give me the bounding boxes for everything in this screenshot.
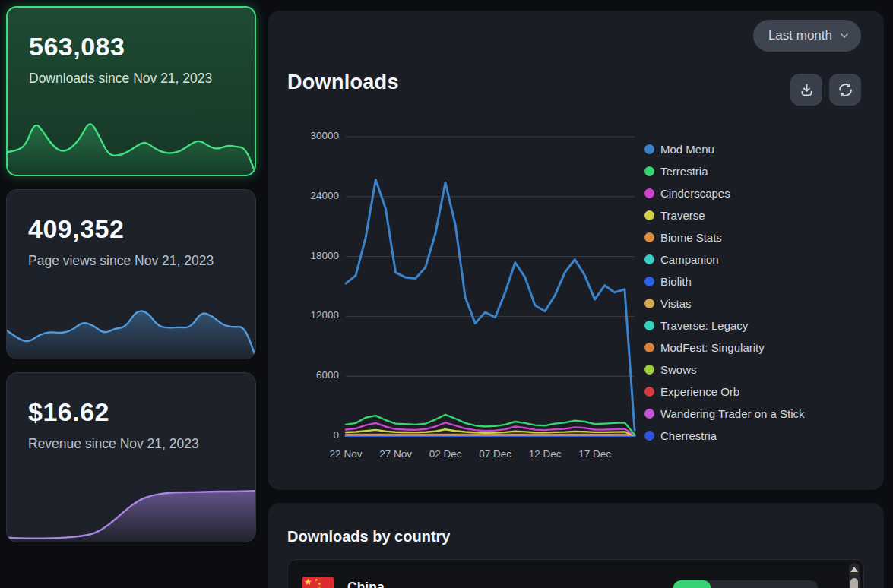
legend-color-dot [644,232,654,242]
date-range-selector[interactable]: Last month [753,20,861,52]
legend-item[interactable]: Traverse [644,204,805,226]
legend-label: Mod Menu [660,143,714,156]
legend-color-dot [644,299,654,308]
legend-label: Cherrestria [660,429,717,442]
country-list-scrollbar[interactable] [849,563,860,588]
downloads-sparkline [8,108,255,175]
legend-color-dot [644,431,654,441]
y-axis-tick-label: 24000 [287,190,339,201]
legend-item[interactable]: ModFest: Singularity [644,337,805,359]
y-axis-tick-label: 6000 [287,369,339,381]
legend-color-dot [644,409,654,419]
legend-label: Swows [660,363,697,376]
page-views-sparkline [7,292,255,359]
panel-title-downloads-by-country: Downloads by country [287,528,450,545]
legend-color-dot [644,166,654,176]
download-icon [799,82,815,98]
legend-item[interactable]: Wandering Trader on a Stick [644,403,805,425]
stat-card-page-views[interactable]: 409,352 Page views since Nov 21, 2023 [6,189,256,359]
legend-color-dot [644,277,654,286]
legend-label: Cinderscapes [660,187,730,200]
legend-item[interactable]: Cherrestria [644,425,805,447]
legend-item[interactable]: Cinderscapes [644,182,805,204]
date-range-label: Last month [768,28,832,43]
legend-item[interactable]: Traverse: Legacy [644,315,805,337]
export-download-button[interactable] [790,74,822,106]
legend-item[interactable]: Mod Menu [644,138,805,160]
chevron-down-icon [838,30,850,42]
legend-item[interactable]: Biolith [644,270,805,292]
revenue-sparkline [7,475,255,542]
stat-card-revenue[interactable]: $16.62 Revenue since Nov 21, 2023 [6,372,256,542]
stat-card-downloads[interactable]: 563,083 Downloads since Nov 21, 2023 [6,6,256,176]
scrollbar-thumb[interactable] [850,578,858,588]
legend-color-dot [644,188,654,198]
revenue-total: $16.62 [28,397,109,427]
legend-color-dot [644,321,654,330]
legend-label: Biome Stats [660,231,722,244]
country-downloads-bar [673,580,818,588]
chart-plot-area [346,137,635,436]
legend-color-dot [644,210,654,220]
y-axis-tick-label: 0 [287,429,339,441]
scrollbar-up-arrow-icon[interactable] [850,567,858,572]
legend-item[interactable]: Terrestria [644,160,805,182]
analytics-page: 563,083 Downloads since Nov 21, 2023 409… [0,0,893,588]
x-axis-tick-label: 27 Nov [379,448,412,460]
x-axis-tick-label: 02 Dec [429,448,462,460]
legend-color-dot [644,144,654,154]
x-axis-tick-label: 12 Dec [529,448,562,460]
page-views-total: 409,352 [28,214,124,244]
legend-item[interactable]: Swows [644,359,805,381]
legend-label: Campanion [660,253,719,266]
x-axis-tick-label: 22 Nov [330,448,363,460]
country-list: ★★ ★★ ★ China [287,559,864,588]
country-name: China [347,580,385,588]
chart-legend: Mod MenuTerrestriaCinderscapesTraverseBi… [644,138,805,447]
downloads-total-label: Downloads since Nov 21, 2023 [29,70,219,87]
legend-label: Terrestria [660,165,708,178]
legend-color-dot [644,387,654,397]
country-downloads-bar-fill [673,580,711,588]
legend-item[interactable]: Experience Orb [644,381,805,403]
downloads-chart: Mod MenuTerrestriaCinderscapesTraverseBi… [287,126,866,483]
downloads-by-country-panel: Downloads by country ★★ ★★ ★ China [268,503,884,588]
x-axis-tick-label: 17 Dec [578,448,611,460]
revenue-total-label: Revenue since Nov 21, 2023 [28,435,218,453]
legend-label: Biolith [660,275,692,288]
legend-label: Experience Orb [660,385,739,398]
legend-label: Wandering Trader on a Stick [660,407,805,420]
refresh-icon [838,82,853,98]
legend-label: ModFest: Singularity [660,341,765,354]
chart-actions [790,74,861,106]
y-axis-tick-label: 18000 [287,250,339,261]
downloads-panel: Last month Downloads [268,11,884,490]
legend-item[interactable]: Vistas [644,292,805,315]
panel-title-downloads: Downloads [287,71,399,94]
legend-item[interactable]: Campanion [644,248,805,270]
legend-label: Traverse: Legacy [660,319,748,332]
y-axis-tick-label: 30000 [287,130,339,141]
legend-color-dot [644,254,654,264]
downloads-total: 563,083 [29,32,125,62]
legend-item[interactable]: Biome Stats [644,226,805,248]
legend-color-dot [644,365,654,375]
page-views-total-label: Page views since Nov 21, 2023 [28,252,218,270]
legend-label: Vistas [660,297,692,310]
refresh-button[interactable] [829,74,861,106]
legend-color-dot [644,343,654,352]
stat-cards-column: 563,083 Downloads since Nov 21, 2023 409… [6,6,256,555]
country-row[interactable]: ★★ ★★ ★ China [288,560,863,588]
cn-flag-icon: ★★ ★★ ★ [302,577,334,588]
x-axis-tick-label: 07 Dec [479,448,511,460]
legend-label: Traverse [660,209,705,222]
y-axis-tick-label: 12000 [287,309,339,321]
